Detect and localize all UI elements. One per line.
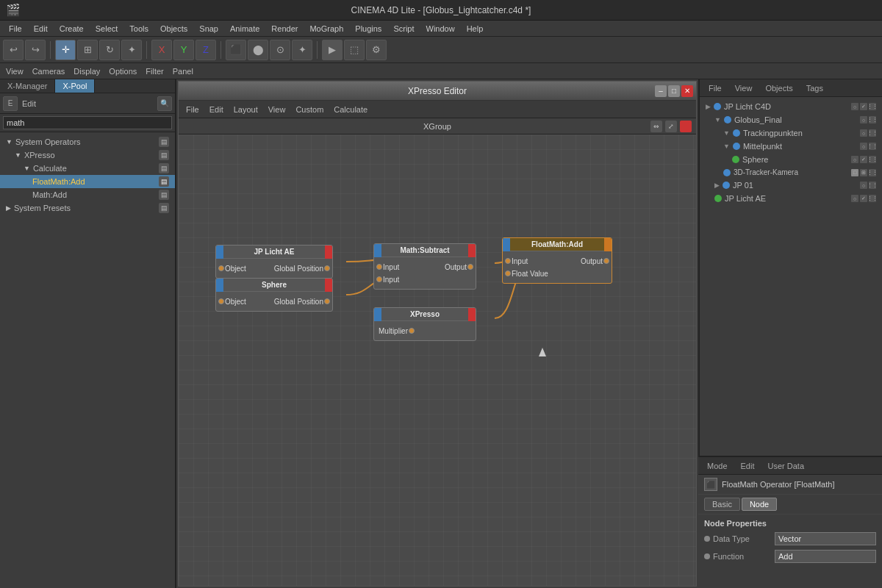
xpresso-canvas[interactable]: JP Licht AE Object Global Position	[179, 135, 696, 586]
display-menu[interactable]: Display	[74, 67, 100, 76]
xp-custom-menu[interactable]: Custom	[291, 104, 328, 115]
props-datatype-select[interactable]: Float Vector Integer	[775, 532, 876, 545]
port-dot-float-input[interactable]	[505, 258, 511, 264]
port-dot-multiplier[interactable]	[409, 328, 415, 334]
ctrl-2[interactable]: ✓	[860, 103, 867, 110]
props-edit-menu[interactable]: Edit	[735, 460, 761, 472]
port-dot-math-output[interactable]	[467, 264, 473, 270]
y-axis-button[interactable]: Y	[173, 40, 194, 60]
port-dot-globalpos[interactable]	[324, 265, 330, 271]
menu-animate[interactable]: Animate	[224, 23, 265, 35]
sphere-btn[interactable]: ⬤	[248, 40, 268, 60]
tree-math-add[interactable]: Math:Add ▤	[0, 188, 175, 201]
xgroup-expand-btn[interactable]: ⤢	[665, 121, 677, 132]
search-input[interactable]	[3, 116, 172, 129]
xp-edit-menu[interactable]: Edit	[205, 104, 228, 115]
props-mode-menu[interactable]: Mode	[701, 460, 734, 472]
render-btn[interactable]: ▶	[322, 40, 343, 60]
cube-button[interactable]: ⬛	[226, 40, 246, 60]
tree-jp-licht-c4d[interactable]: ▶ JP Licht C4D ○ ✓ ⋮⋮	[700, 100, 882, 113]
props-function-select[interactable]: Add Subtract Multiply Divide	[775, 550, 876, 563]
xgroup-close-btn[interactable]	[680, 121, 692, 132]
ctrl-g1[interactable]: ○	[860, 116, 867, 123]
ctrl-m2[interactable]: ⋮⋮	[869, 143, 876, 150]
tree-sphere-obj[interactable]: Sphere ○ ✓ ⋮⋮	[700, 153, 882, 166]
menu-window[interactable]: Window	[420, 23, 461, 35]
tree-floatmath-add[interactable]: FloatMath:Add ▤	[0, 175, 175, 188]
port-dot-sphere-object[interactable]	[218, 298, 224, 304]
cylinder-btn[interactable]: ⊙	[270, 40, 290, 60]
xp-file-menu[interactable]: File	[182, 104, 204, 115]
menu-objects[interactable]: Objects	[154, 23, 193, 35]
undo-button[interactable]: ↩	[3, 40, 24, 60]
move-tool-button[interactable]: ✛	[55, 40, 76, 60]
tab-x-pool[interactable]: X-Pool	[55, 79, 95, 93]
menu-plugins[interactable]: Plugins	[349, 23, 387, 35]
menu-render[interactable]: Render	[265, 23, 304, 35]
cameras-menu[interactable]: Cameras	[32, 67, 65, 76]
render-region-btn[interactable]: ⬚	[344, 40, 365, 60]
rotate-tool-button[interactable]: ↻	[99, 40, 120, 60]
ctrl-s2[interactable]: ✓	[860, 156, 867, 163]
menu-file[interactable]: File	[3, 23, 28, 35]
port-dot-math-input2[interactable]	[376, 276, 382, 282]
menu-snap[interactable]: Snap	[193, 23, 224, 35]
xp-view-menu[interactable]: View	[264, 104, 290, 115]
ctrl-ae2[interactable]: ✓	[860, 195, 867, 202]
ctrl-jp01-1[interactable]: ○	[860, 182, 867, 189]
ctrl-t2[interactable]: ⋮⋮	[869, 129, 876, 137]
ctrl-tr1[interactable]: □	[851, 169, 858, 176]
menu-tools[interactable]: Tools	[123, 23, 154, 35]
view-menu[interactable]: View	[6, 67, 24, 76]
props-tab-node[interactable]: Node	[742, 498, 777, 511]
close-button[interactable]: ✕	[681, 85, 693, 97]
ctrl-s3[interactable]: ⋮⋮	[869, 156, 876, 163]
tree-mittelpunkt[interactable]: ▼ Mittelpunkt ○ ⋮⋮	[700, 140, 882, 153]
ctrl-tr2[interactable]: ⊞	[860, 169, 867, 176]
ctrl-t1[interactable]: ○	[860, 129, 867, 137]
port-dot-sphere-globalpos[interactable]	[324, 298, 330, 304]
redo-button[interactable]: ↪	[25, 40, 46, 60]
node-math-subtract[interactable]: Math:Subtract Input Output	[373, 243, 476, 290]
right-menu-view[interactable]: View	[729, 82, 759, 94]
panel-edit-btn[interactable]: E	[3, 96, 18, 111]
node-jp-licht-ae[interactable]: JP Licht AE Object Global Position	[215, 245, 333, 279]
menu-create[interactable]: Create	[54, 23, 90, 35]
props-userdata-menu[interactable]: User Data	[762, 460, 811, 472]
port-dot-float-value[interactable]	[505, 270, 511, 276]
right-menu-tags[interactable]: Tags	[800, 82, 829, 94]
minimize-button[interactable]: –	[655, 85, 667, 97]
tree-jp-licht-ae[interactable]: JP Licht AE ○ ✓ ⋮⋮	[700, 192, 882, 205]
tree-system-operators[interactable]: ▼ System Operators ▤	[0, 135, 175, 148]
right-menu-objects[interactable]: Objects	[759, 82, 798, 94]
tree-calculate[interactable]: ▼ Calculate ▤	[0, 162, 175, 175]
node-floatmath-add[interactable]: FloatMath:Add Input Output	[502, 237, 612, 284]
menu-help[interactable]: Help	[461, 23, 490, 35]
panel-search-btn[interactable]: 🔍	[157, 96, 172, 111]
tree-system-presets[interactable]: ▶ System Presets ▤	[0, 201, 175, 215]
tree-xpresso[interactable]: ▼ XPresso ▤	[0, 148, 175, 162]
ctrl-m1[interactable]: ○	[860, 143, 867, 150]
port-dot-float-output[interactable]	[603, 258, 609, 264]
scale-tool-button[interactable]: ⊞	[77, 40, 98, 60]
tree-jp-01[interactable]: ▶ JP 01 ○ ⋮⋮	[700, 179, 882, 192]
ctrl-s1[interactable]: ○	[851, 156, 858, 163]
props-tab-basic[interactable]: Basic	[704, 498, 740, 511]
ctrl-g2[interactable]: ⋮⋮	[869, 116, 876, 123]
z-axis-button[interactable]: Z	[196, 40, 216, 60]
right-menu-file[interactable]: File	[703, 82, 728, 94]
tree-trackingpunkten[interactable]: ▼ Trackingpunkten ○ ⋮⋮	[700, 126, 882, 140]
maximize-button[interactable]: □	[668, 85, 680, 97]
panel-menu[interactable]: Panel	[173, 67, 193, 76]
ctrl-ae3[interactable]: ⋮⋮	[869, 195, 876, 202]
options-menu[interactable]: Options	[109, 67, 137, 76]
filter-menu[interactable]: Filter	[146, 67, 163, 76]
menu-select[interactable]: Select	[90, 23, 124, 35]
xp-layout-menu[interactable]: Layout	[229, 104, 262, 115]
menu-mograph[interactable]: MoGraph	[304, 23, 349, 35]
port-dot-math-input1[interactable]	[376, 264, 382, 270]
node-xpresso-multiplier[interactable]: XPresso Multiplier	[373, 307, 476, 341]
tree-globus-final[interactable]: ▼ Globus_Final ○ ⋮⋮	[700, 113, 882, 126]
ctrl-jp01-2[interactable]: ⋮⋮	[869, 182, 876, 189]
light-btn[interactable]: ✦	[292, 40, 312, 60]
